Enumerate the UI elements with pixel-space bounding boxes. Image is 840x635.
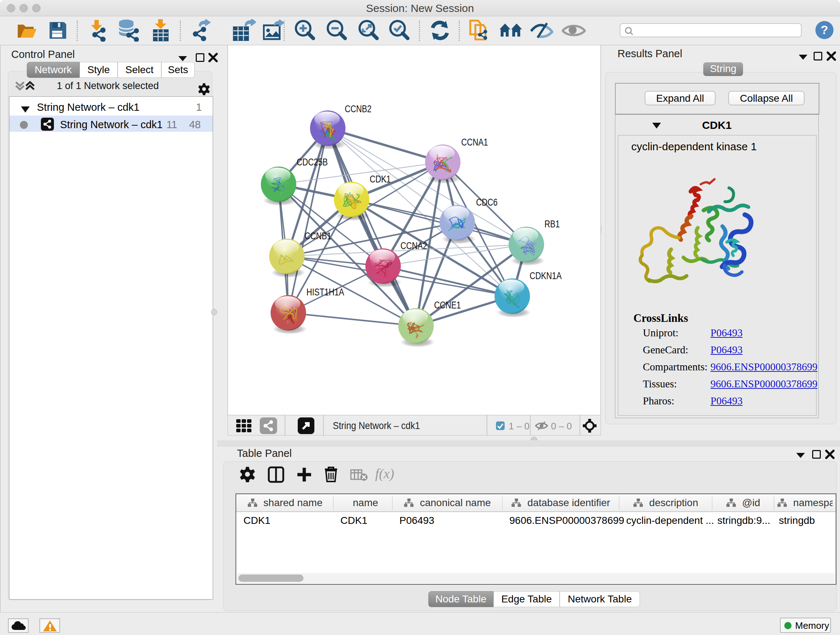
- svg-text:CCNA2: CCNA2: [401, 240, 427, 251]
- svg-text:HIST1H1A: HIST1H1A: [306, 286, 344, 297]
- svg-text:RB1: RB1: [545, 218, 560, 229]
- svg-text:CCNE1: CCNE1: [434, 299, 461, 310]
- svg-text:CDKN1A: CDKN1A: [530, 270, 562, 281]
- svg-text:CCNA1: CCNA1: [461, 136, 488, 147]
- svg-text:CCNB2: CCNB2: [345, 103, 371, 114]
- svg-text:CDC25B: CDC25B: [297, 156, 328, 167]
- svg-text:CDC6: CDC6: [476, 196, 497, 207]
- svg-text:?: ?: [821, 23, 829, 36]
- svg-text:CCNB1: CCNB1: [305, 230, 332, 241]
- svg-text:CDK1: CDK1: [370, 173, 391, 184]
